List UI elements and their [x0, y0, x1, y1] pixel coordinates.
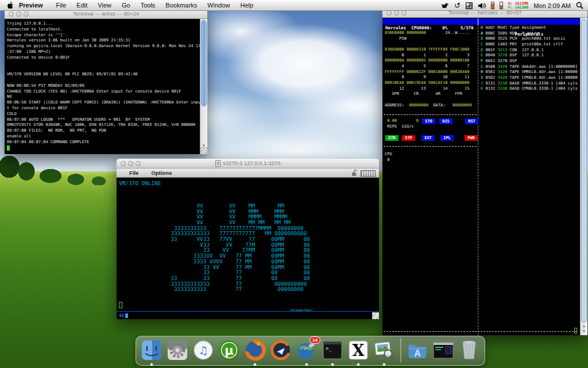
dock-item-x11[interactable]: X [347, 339, 370, 362]
svg-text:X: X [353, 342, 365, 359]
running-indicator [383, 363, 385, 366]
x3270-menu-icons [351, 170, 376, 177]
dock-item-utorrent[interactable]: µ [218, 339, 241, 362]
x3270-menu-options[interactable]: Options [138, 170, 172, 176]
menu-view[interactable]: View [92, 2, 117, 9]
close-button[interactable] [386, 10, 392, 16]
utorrent-icon: µ [218, 339, 241, 362]
x3270-terminal-screen[interactable]: VM/370 ONLINE VV VV MM MM VV VV MMM MMM … [117, 178, 379, 312]
hercules-button-stp[interactable]: STP [402, 135, 415, 141]
menu-bar-status-area: ↺ U: 1615MB F: 1453MB Mon 2:09 AM [441, 0, 583, 11]
x3270-title-bar[interactable]: Xx3270-2 127.0.0.1:3270 [117, 159, 379, 168]
minimize-button[interactable] [394, 10, 399, 16]
bird-menu-extra[interactable] [441, 2, 449, 9]
menu-go[interactable]: Go [117, 2, 136, 9]
dock-item-system-preferences[interactable] [166, 339, 189, 362]
hercules-button-ext[interactable]: EXT [421, 135, 435, 141]
scrollbar-arrows[interactable]: ▲▼ [581, 324, 587, 334]
dock-item-applications-folder[interactable]: A [406, 339, 429, 362]
header-separator [478, 18, 478, 25]
zoom-button[interactable] [401, 10, 407, 16]
terminal-icon: >_ [321, 339, 344, 362]
meter-fill [492, 3, 494, 9]
dock-item-finder[interactable] [140, 339, 163, 362]
menu-bookmarks[interactable]: Bookmarks [160, 2, 202, 9]
dock-item-firefox[interactable] [243, 339, 266, 362]
hercules-button-rst[interactable]: RST [465, 118, 478, 124]
dashed-divider [384, 114, 477, 115]
app-menus: FileEditViewGoToolsBookmarksWindowHelp [51, 2, 259, 9]
applications-folder-icon: A [406, 339, 429, 362]
hercules-button-str[interactable]: STR [385, 135, 399, 141]
menu-window[interactable]: Window [202, 2, 235, 9]
unlock-icon [351, 170, 357, 177]
dock: ♫µ14>_XA [136, 336, 485, 366]
resize-grip[interactable] [200, 147, 207, 154]
menu-file[interactable]: File [51, 2, 72, 9]
menu-bar-clock[interactable]: Mon 2:09 AM [533, 2, 571, 9]
telnet-output-text: Trying 127.0.0.1... Connected to localho… [7, 21, 200, 145]
telnet-terminal-screen[interactable]: Trying 127.0.0.1... Connected to localho… [5, 19, 207, 154]
keymap-keyboard-icon[interactable] [361, 170, 376, 177]
terminal-telnet-window: Terminal — telnet — 80×24 Trying 127.0.0… [5, 9, 207, 154]
apple-menu[interactable] [7, 2, 13, 9]
spaces-menu-extra[interactable] [466, 2, 473, 9]
system-preferences-icon [166, 339, 189, 362]
dock-item-trash[interactable] [458, 339, 481, 362]
minimize-button[interactable] [128, 161, 133, 166]
x3270-menu-bar: FileOptions [117, 168, 379, 178]
hercules-terminal-screen[interactable]: Hercules CPU0000: 0% S/370 Peripherals 0… [382, 18, 587, 335]
svg-text:µ: µ [225, 344, 233, 358]
dock-items: ♫µ14>_XA [136, 336, 485, 367]
dock-item-seamonkey[interactable] [269, 339, 292, 362]
minimize-button[interactable] [16, 12, 21, 17]
spotlight-menu-extra[interactable] [576, 2, 583, 9]
menu-edit[interactable]: Edit [71, 2, 92, 9]
zoom-button[interactable] [136, 161, 141, 166]
resize-grip[interactable] [372, 312, 379, 319]
close-button[interactable] [121, 161, 126, 166]
hercules-button-dis[interactable]: DIS [439, 118, 452, 124]
dock-item-minimized-window[interactable] [432, 339, 455, 362]
mips-display: 0.00 0 MIPS SIO/s [385, 118, 419, 129]
spaces-icon [466, 2, 473, 9]
window-title: x3270-2 127.0.0.1:3270 [223, 160, 280, 166]
dock-item-itunes[interactable]: ♫ [192, 339, 215, 362]
hercules-button-pwr[interactable]: PWR [465, 135, 478, 141]
window-controls [9, 12, 29, 17]
cpu-meter-menu-extra[interactable] [491, 2, 494, 9]
hercules-scrollbar[interactable]: ▲▼ [580, 18, 587, 335]
dock-item-preview[interactable] [373, 339, 396, 362]
itunes-icon: ♫ [192, 339, 215, 362]
scrollbar-thumb[interactable] [581, 19, 587, 323]
menu-tools[interactable]: Tools [136, 2, 161, 9]
hercules-panel: Hercules CPU0000: 0% S/370 Peripherals 0… [382, 18, 580, 335]
dock-item-terminal[interactable]: >_ [321, 339, 344, 362]
active-app-menu[interactable]: Preview [19, 2, 43, 9]
telnet-scrollbar[interactable]: ▲▼ [200, 19, 207, 154]
x3270-window: Xx3270-2 127.0.0.1:3270 FileOptions VM/3… [117, 159, 379, 319]
memory-usage-menu-extra[interactable]: U: 1615MB F: 1453MB [508, 2, 528, 9]
time-machine-icon: ↺ [454, 2, 461, 9]
volume-menu-extra[interactable] [478, 2, 486, 9]
terminal-cursor [574, 328, 577, 334]
time-machine-menu-extra[interactable]: ↺ [454, 2, 461, 9]
running-indicator [305, 363, 308, 366]
zoom-button[interactable] [24, 12, 29, 17]
scrollbar-thumb[interactable] [201, 20, 207, 106]
x11-icon: X [347, 339, 370, 362]
desktop: Preview FileEditViewGoToolsBookmarksWind… [0, 0, 588, 368]
hercules-button-sto[interactable]: STO [422, 118, 435, 124]
menu-help[interactable]: Help [235, 2, 258, 9]
running-indicator [150, 363, 153, 366]
dock-item-satellite-app[interactable]: 14 [295, 339, 318, 362]
window-title: Terminal — telnet — 80×24 [73, 10, 139, 17]
x3270-menu-file[interactable]: File [117, 170, 138, 176]
hercules-header-bar: Hercules CPU0000: 0% S/370 Peripherals [382, 18, 580, 25]
close-button[interactable] [9, 12, 14, 17]
memory-meter-menu-extra[interactable] [500, 2, 503, 9]
finder-icon [140, 339, 163, 362]
hercules-button-ipl[interactable]: IPL [440, 135, 454, 141]
window-controls [121, 161, 141, 166]
dashed-divider-bottom [384, 331, 577, 332]
